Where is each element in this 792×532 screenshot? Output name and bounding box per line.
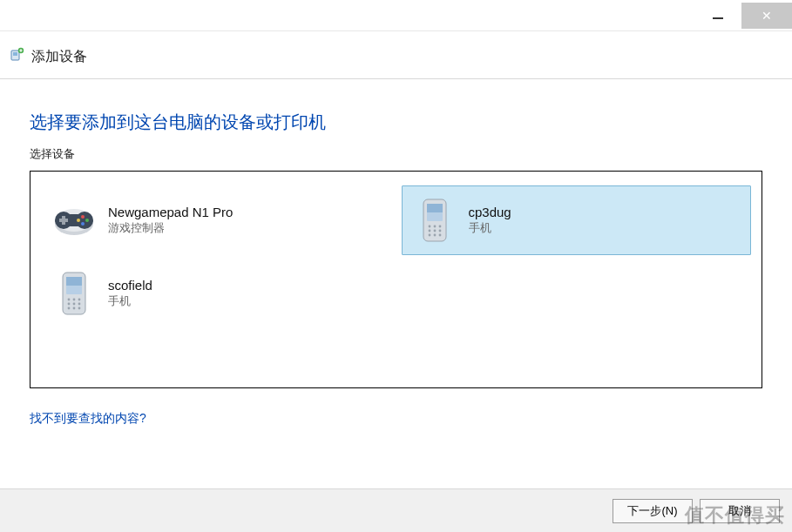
svg-point-29 [68,299,71,301]
svg-point-34 [78,303,81,306]
device-type: 手机 [469,220,511,236]
svg-rect-1 [13,52,17,56]
svg-point-17 [428,226,430,228]
device-type: 手机 [108,293,152,309]
device-item[interactable]: scofield 手机 [41,259,391,328]
device-name: cp3dug [469,205,511,219]
device-text: Newgamepad N1 Pro 游戏控制器 [108,205,233,236]
svg-point-33 [73,303,76,306]
minimize-button[interactable] [694,3,741,29]
svg-point-12 [81,222,85,226]
svg-point-20 [428,230,430,232]
device-item[interactable]: Newgamepad N1 Pro 游戏控制器 [41,185,391,255]
device-text: cp3dug 手机 [469,205,511,236]
svg-point-35 [68,307,71,310]
svg-point-36 [73,307,76,310]
footer-bar: 下一步(N) 取消 [0,488,792,532]
sub-label: 选择设备 [30,146,762,162]
svg-point-18 [433,226,436,228]
svg-point-13 [77,219,80,222]
svg-point-31 [78,299,81,301]
window-title: 添加设备 [31,48,87,66]
svg-point-22 [438,230,441,232]
device-list: Newgamepad N1 Pro 游戏控制器 cp3dug 手机 [30,171,762,388]
svg-rect-9 [59,219,68,222]
svg-point-24 [433,234,436,237]
titlebar [0,0,792,31]
window-header: 添加设备 [0,31,792,79]
next-button[interactable]: 下一步(N) [613,499,693,523]
svg-rect-28 [66,277,82,286]
help-link[interactable]: 找不到要查找的内容? [30,411,762,427]
gamepad-icon [52,199,96,242]
device-text: scofield 手机 [108,278,152,309]
phone-icon [52,272,96,315]
svg-point-11 [85,219,89,222]
page-heading: 选择要添加到这台电脑的设备或打印机 [30,111,762,134]
device-name: scofield [108,278,152,293]
svg-rect-16 [427,204,443,212]
svg-point-10 [81,215,85,219]
svg-point-32 [68,303,71,306]
svg-point-23 [428,234,430,237]
cancel-button[interactable]: 取消 [700,499,780,523]
svg-point-21 [433,230,436,232]
svg-point-37 [78,307,81,310]
device-name: Newgamepad N1 Pro [108,205,233,219]
device-item[interactable]: cp3dug 手机 [402,185,752,255]
device-add-icon [9,47,24,66]
svg-point-25 [438,234,441,237]
content-area: 选择要添加到这台电脑的设备或打印机 选择设备 Newgamepad N1 Pro… [0,79,792,427]
svg-point-30 [73,299,76,301]
close-button[interactable] [741,3,792,29]
device-type: 游戏控制器 [108,220,233,236]
phone-icon [413,199,457,242]
svg-point-19 [438,226,441,228]
